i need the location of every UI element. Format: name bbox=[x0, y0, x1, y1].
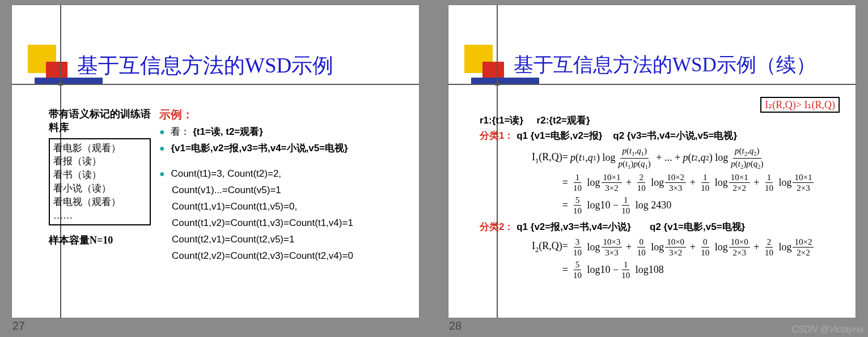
class2-label: 分类2： bbox=[480, 221, 514, 232]
slide-27: 基于互信息方法的WSD示例 带有语义标记的训练语料库 看电影（观看） 看报（读）… bbox=[11, 5, 420, 318]
slide-28: 基于互信息方法的WSD示例（续） I₂(R,Q)> I₁(R,Q) r1:{t1… bbox=[448, 5, 856, 318]
count-row: ● Count(t1)=3, Count(t2)=2, bbox=[159, 168, 402, 181]
slide-body: r1:{t1=读} r2:{t2=观看} 分类1： q1 {v1=电影,v2=报… bbox=[480, 112, 844, 284]
result-box: I₂(R,Q)> I₁(R,Q) bbox=[760, 97, 840, 113]
decoration bbox=[465, 45, 505, 96]
corpus-box: 看电影（观看） 看报（读） 看书（读） 看小说（读） 看电视（观看） …… bbox=[49, 138, 151, 226]
class1-label: 分类1： bbox=[480, 130, 514, 141]
left-column: 带有语义标记的训练语料库 看电影（观看） 看报（读） 看书（读） 看小说（读） … bbox=[49, 107, 151, 248]
bullet-row: ● 看： {t1=读, t2=观看} bbox=[159, 126, 402, 139]
corpus-line: 看电视（观看） bbox=[53, 195, 146, 209]
h-divider bbox=[448, 84, 856, 85]
class1-body: q1 {v1=电影,v2=报} q2 {v3=书,v4=小说,v5=电视} bbox=[516, 130, 737, 141]
bullet-icon: ● bbox=[159, 143, 165, 153]
right-column: 示例： ● 看： {t1=读, t2=观看} ● {v1=电影,v2=报,v3=… bbox=[159, 107, 402, 263]
bullet-row: ● {v1=电影,v2=报,v3=书,v4=小说,v5=电视} bbox=[159, 142, 402, 155]
equation-2: I2(R,Q)=310 log10×33×3 + 010 log10×03×2 … bbox=[525, 237, 844, 280]
corpus-line: 看小说（读） bbox=[53, 182, 146, 195]
slide-title: 基于互信息方法的WSD示例 bbox=[77, 52, 413, 80]
corpus-line: 看电影（观看） bbox=[53, 142, 146, 155]
example-heading: 示例： bbox=[159, 107, 402, 122]
equation-1: I1(R,Q)= p(t1,q1) log p(t1,q1)p(t1)p(q1)… bbox=[525, 146, 844, 216]
eq1-lhs: I1(R,Q)= bbox=[525, 151, 570, 165]
count-row: Count(t2,v1)=Count(t2,v5)=1 bbox=[159, 233, 402, 246]
count-row: Count(t2,v2)=Count(t2,v3)=Count(t2,v4)=0 bbox=[159, 250, 402, 263]
count-row: Count(v1)...=Count(v5)=1 bbox=[159, 184, 402, 197]
corpus-line: 看报（读） bbox=[53, 155, 146, 168]
h-divider bbox=[12, 84, 419, 85]
r-definitions: r1:{t1=读} r2:{t2=观看} bbox=[480, 114, 844, 127]
bullet-prefix: 看： bbox=[171, 126, 190, 137]
slide-28-wrap: 基于互信息方法的WSD示例（续） I₂(R,Q)> I₁(R,Q) r1:{t1… bbox=[448, 5, 856, 332]
corpus-line: …… bbox=[53, 209, 146, 223]
bullet-icon: ● bbox=[159, 169, 165, 178]
slide-27-wrap: 基于互信息方法的WSD示例 带有语义标记的训练语料库 看电影（观看） 看报（读）… bbox=[11, 5, 420, 332]
page-number: 27 bbox=[12, 319, 420, 332]
watermark: CSDN @Victayria bbox=[791, 325, 863, 335]
sample-size: 样本容量N=10 bbox=[49, 233, 151, 247]
class2-body: q1 {v2=报,v3=书,v4=小说} q2 {v1=电影,v5=电视} bbox=[516, 221, 745, 232]
corpus-label: 带有语义标记的训练语料库 bbox=[49, 107, 151, 135]
class2-row: 分类2： q1 {v2=报,v3=书,v4=小说} q2 {v1=电影,v5=电… bbox=[480, 220, 844, 233]
slide-title: 基于互信息方法的WSD示例（续） bbox=[514, 52, 850, 78]
class1-row: 分类1： q1 {v1=电影,v2=报} q2 {v3=书,v4=小说,v5=电… bbox=[480, 129, 844, 142]
corpus-line: 看书（读） bbox=[53, 168, 146, 182]
count-row: Count(t1,v2)=Count(t1,v3)=Count(t1,v4)=1 bbox=[159, 217, 402, 230]
bullet-icon: ● bbox=[159, 127, 165, 136]
count-text: Count(t1)=3, Count(t2)=2, bbox=[171, 168, 281, 179]
bullet-text: {t1=读, t2=观看} bbox=[193, 126, 263, 137]
bullet-text: {v1=电影,v2=报,v3=书,v4=小说,v5=电视} bbox=[171, 143, 348, 153]
slide-body: 带有语义标记的训练语料库 看电影（观看） 看报（读） 看书（读） 看小说（读） … bbox=[49, 107, 402, 264]
count-row: Count(t1,v1)=Count(t1,v5)=0, bbox=[159, 201, 402, 214]
decoration bbox=[29, 45, 69, 96]
